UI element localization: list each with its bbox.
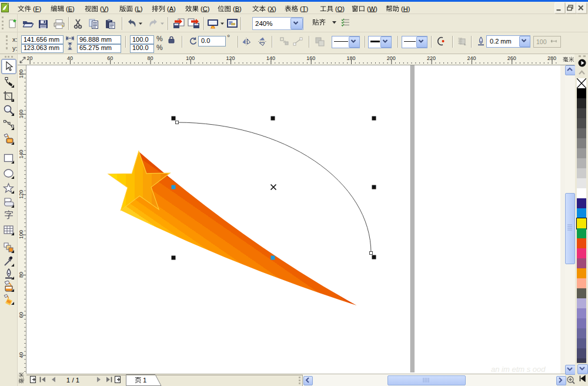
- svg-text:(A): (A): [167, 5, 176, 12]
- svg-text:(W): (W): [367, 5, 377, 12]
- svg-text:1 / 1: 1 / 1: [66, 377, 79, 384]
- svg-text:(E): (E): [66, 5, 75, 12]
- svg-text:(F): (F): [33, 5, 41, 12]
- svg-text:(C): (C): [201, 5, 209, 12]
- svg-text:(O): (O): [335, 5, 345, 12]
- svg-text:%: %: [156, 35, 163, 43]
- svg-text:(H): (H): [401, 5, 410, 12]
- svg-text:%: %: [156, 44, 163, 52]
- svg-text:(V): (V): [100, 5, 109, 12]
- svg-text:(B): (B): [233, 5, 242, 12]
- svg-text:°: °: [227, 33, 230, 42]
- svg-text:(T): (T): [300, 5, 308, 12]
- svg-text:(L): (L): [135, 5, 142, 12]
- svg-text:(X): (X): [268, 5, 276, 12]
